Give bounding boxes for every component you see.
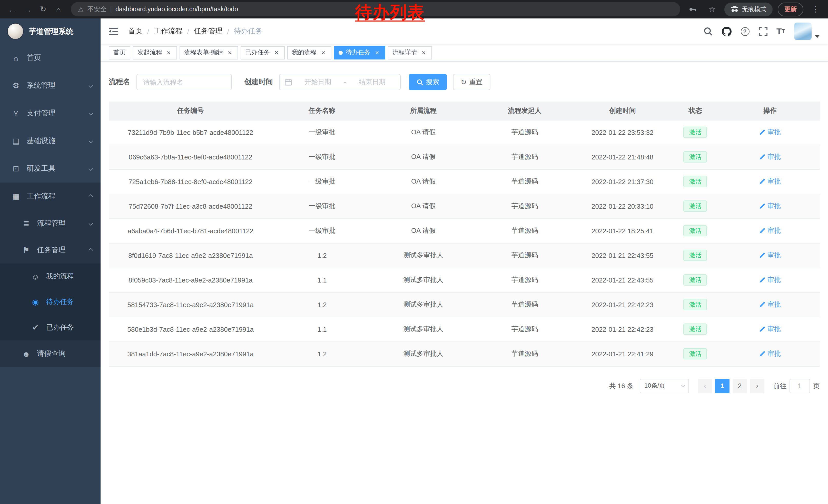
table-body: 73211d9d-7b9b-11ec-b5b7-acde48001122一级审批… bbox=[109, 120, 820, 366]
page-button-2[interactable]: 2 bbox=[733, 379, 747, 393]
security-label[interactable]: 不安全 bbox=[87, 5, 107, 13]
created-cell: 2022-01-21 22:43:55 bbox=[575, 243, 670, 268]
help-icon[interactable]: ? bbox=[741, 27, 749, 36]
table-row: 58154733-7ac8-11ec-a9e2-a2380e71991a1.2测… bbox=[109, 292, 820, 317]
tab-close-icon[interactable]: × bbox=[420, 49, 427, 56]
end-date-placeholder[interactable]: 结束日期 bbox=[349, 78, 395, 87]
fullscreen-icon[interactable] bbox=[758, 27, 767, 36]
breadcrumb-item[interactable]: 首页 bbox=[128, 27, 142, 36]
sidebar-item-workflow[interactable]: ▦工作流程 bbox=[0, 183, 100, 210]
star-icon[interactable]: ☆ bbox=[705, 2, 719, 16]
sidebar-fold-icon[interactable] bbox=[109, 27, 120, 35]
sidebar-item-infrastructure[interactable]: ▤基础设施 bbox=[0, 127, 100, 155]
tab-label: 流程表单-编辑 bbox=[184, 48, 223, 57]
tab-my-process[interactable]: 我的流程× bbox=[287, 46, 331, 59]
home-icon[interactable]: ⌂ bbox=[51, 2, 66, 16]
status-badge: 激活 bbox=[684, 176, 707, 187]
sidebar-item-system[interactable]: ⚙系统管理 bbox=[0, 72, 100, 99]
tab-close-icon[interactable]: × bbox=[165, 49, 172, 56]
reset-button[interactable]: ↻ 重置 bbox=[453, 74, 490, 90]
page-size-select[interactable]: 10条/页 bbox=[640, 379, 689, 393]
action-cell: 审批 bbox=[720, 120, 820, 145]
next-page-button[interactable]: › bbox=[750, 379, 764, 393]
dashboard-icon: ⌂ bbox=[11, 54, 20, 62]
table-header-row: 任务编号任务名称所属流程流程发起人创建时间状态操作 bbox=[109, 101, 820, 120]
status-cell: 激活 bbox=[670, 268, 720, 292]
tab-home[interactable]: 首页 bbox=[109, 46, 130, 59]
approve-label: 审批 bbox=[768, 349, 781, 358]
approve-link[interactable]: 审批 bbox=[759, 275, 781, 284]
approve-link[interactable]: 审批 bbox=[759, 177, 781, 186]
edit-icon bbox=[759, 203, 765, 209]
approve-link[interactable]: 审批 bbox=[759, 251, 781, 260]
status-cell: 激活 bbox=[670, 169, 720, 194]
table-row: a6aba0a4-7b6d-11ec-b781-acde48001122一级审批… bbox=[109, 218, 820, 243]
sidebar-item-task-mgmt[interactable]: ⚑任务管理 bbox=[0, 237, 100, 264]
goto-page-input[interactable] bbox=[790, 379, 810, 393]
menu-dots-icon[interactable]: ⋮ bbox=[809, 2, 823, 16]
reload-icon[interactable]: ↻ bbox=[36, 2, 50, 16]
sidebar-item-home[interactable]: ⌂首页 bbox=[0, 44, 100, 72]
sidebar-item-devtools[interactable]: ⊡研发工具 bbox=[0, 155, 100, 183]
sidebar-menu: ⌂首页⚙系统管理¥支付管理▤基础设施⊡研发工具▦工作流程≣流程管理⚑任务管理☺我… bbox=[0, 44, 100, 367]
user-menu[interactable] bbox=[794, 22, 820, 40]
task-id-cell: 381aa1dd-7ac8-11ec-a9e2-a2380e71991a bbox=[109, 341, 273, 366]
breadcrumb-item[interactable]: 工作流程 bbox=[154, 27, 182, 36]
tab-close-icon[interactable]: × bbox=[320, 49, 327, 56]
prev-page-button[interactable]: ‹ bbox=[698, 379, 712, 393]
font-size-icon[interactable]: T bbox=[777, 27, 785, 36]
chevron-down-icon bbox=[815, 35, 820, 38]
date-range-picker[interactable]: 开始日期 - 结束日期 bbox=[279, 74, 401, 90]
page-button-1[interactable]: 1 bbox=[715, 379, 730, 393]
initiator-cell: 芋道源码 bbox=[475, 292, 575, 317]
column-header: 操作 bbox=[720, 101, 820, 120]
tab-close-icon[interactable]: × bbox=[373, 49, 381, 56]
created-cell: 2022-01-22 21:48:48 bbox=[575, 145, 670, 169]
start-date-placeholder[interactable]: 开始日期 bbox=[295, 78, 341, 87]
tab-close-icon[interactable]: × bbox=[273, 49, 280, 56]
topbar-right: ? T bbox=[703, 22, 820, 40]
tab-close-icon[interactable]: × bbox=[226, 49, 234, 56]
forward-icon[interactable]: → bbox=[20, 2, 35, 16]
todo-table: 任务编号任务名称所属流程流程发起人创建时间状态操作 73211d9d-7b9b-… bbox=[109, 101, 820, 366]
process-name-input[interactable] bbox=[136, 74, 232, 90]
github-icon[interactable] bbox=[721, 27, 731, 36]
search-button[interactable]: 搜索 bbox=[409, 74, 447, 90]
chevron-down-icon bbox=[89, 167, 93, 171]
sidebar-item-todo-task[interactable]: ◉待办任务 bbox=[0, 289, 100, 315]
key-icon[interactable] bbox=[686, 2, 700, 16]
sidebar-item-leave-query[interactable]: ☻请假查询 bbox=[0, 340, 100, 367]
tab-form-edit[interactable]: 流程表单-编辑× bbox=[179, 46, 238, 59]
column-header: 流程发起人 bbox=[475, 101, 575, 120]
approve-label: 审批 bbox=[768, 300, 781, 309]
tab-done-task[interactable]: 已办任务× bbox=[241, 46, 285, 59]
approve-link[interactable]: 审批 bbox=[759, 152, 781, 162]
tab-label: 待办任务 bbox=[346, 48, 370, 57]
approve-link[interactable]: 审批 bbox=[759, 201, 781, 211]
approve-link[interactable]: 审批 bbox=[759, 349, 781, 358]
back-icon[interactable]: ← bbox=[5, 2, 19, 16]
sidebar-item-done-task[interactable]: ✔已办任务 bbox=[0, 315, 100, 340]
tab-create-process[interactable]: 发起流程× bbox=[133, 46, 177, 59]
approve-link[interactable]: 审批 bbox=[759, 128, 781, 137]
my-process-icon: ☺ bbox=[31, 272, 40, 281]
status-cell: 激活 bbox=[670, 120, 720, 145]
approve-link[interactable]: 审批 bbox=[759, 226, 781, 235]
task-name-cell: 1.1 bbox=[273, 317, 372, 341]
sidebar-item-process-mgmt[interactable]: ≣流程管理 bbox=[0, 210, 100, 237]
process-cell: OA 请假 bbox=[372, 218, 475, 243]
tab-todo-task[interactable]: 待办任务× bbox=[334, 46, 385, 59]
breadcrumb-item[interactable]: 任务管理 bbox=[194, 27, 223, 36]
search-icon[interactable] bbox=[703, 27, 712, 36]
logo[interactable]: 芋道管理系统 bbox=[0, 18, 100, 44]
sidebar-item-my-process[interactable]: ☺我的流程 bbox=[0, 264, 100, 289]
approve-label: 审批 bbox=[768, 128, 781, 137]
approve-link[interactable]: 审批 bbox=[759, 300, 781, 309]
user-avatar[interactable] bbox=[794, 22, 812, 40]
approve-link[interactable]: 审批 bbox=[759, 325, 781, 334]
eye-icon: ◉ bbox=[31, 297, 40, 307]
tab-process-detail[interactable]: 流程详情× bbox=[388, 46, 432, 59]
update-button[interactable]: 更新 bbox=[778, 2, 803, 16]
workflow-icon: ▦ bbox=[11, 192, 20, 201]
sidebar-item-payment[interactable]: ¥支付管理 bbox=[0, 99, 100, 127]
